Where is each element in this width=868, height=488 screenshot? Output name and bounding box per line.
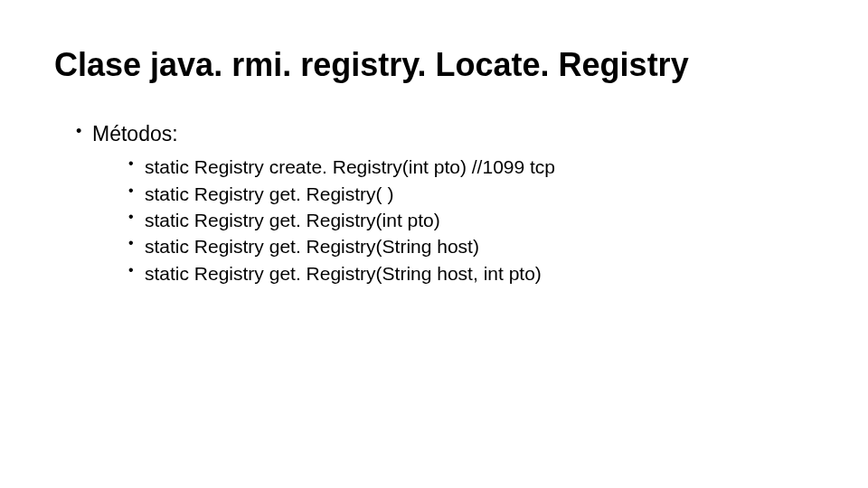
slide-title: Clase java. rmi. registry. Locate. Regis… (54, 45, 814, 84)
list-item: static Registry get. Registry( ) (128, 181, 814, 207)
list-item: static Registry get. Registry(String hos… (128, 260, 814, 286)
list-item: static Registry get. Registry(int pto) (128, 207, 814, 233)
outer-item-metodos: Métodos: static Registry create. Registr… (76, 120, 814, 286)
inner-list: static Registry create. Registry(int pto… (92, 154, 814, 286)
list-item-text: static Registry get. Registry( ) (145, 183, 393, 204)
list-item: static Registry get. Registry(String hos… (128, 233, 814, 259)
outer-list: Métodos: static Registry create. Registr… (54, 120, 814, 286)
list-item-text: static Registry get. Registry(int pto) (145, 210, 440, 230)
list-item: static Registry create. Registry(int pto… (128, 154, 814, 180)
list-item-text: static Registry create. Registry(int pto… (145, 156, 555, 177)
list-item-text: static Registry get. Registry(String hos… (145, 263, 542, 284)
slide: Clase java. rmi. registry. Locate. Regis… (0, 0, 868, 488)
outer-item-label: Métodos: (92, 122, 178, 145)
list-item-text: static Registry get. Registry(String hos… (145, 236, 479, 257)
